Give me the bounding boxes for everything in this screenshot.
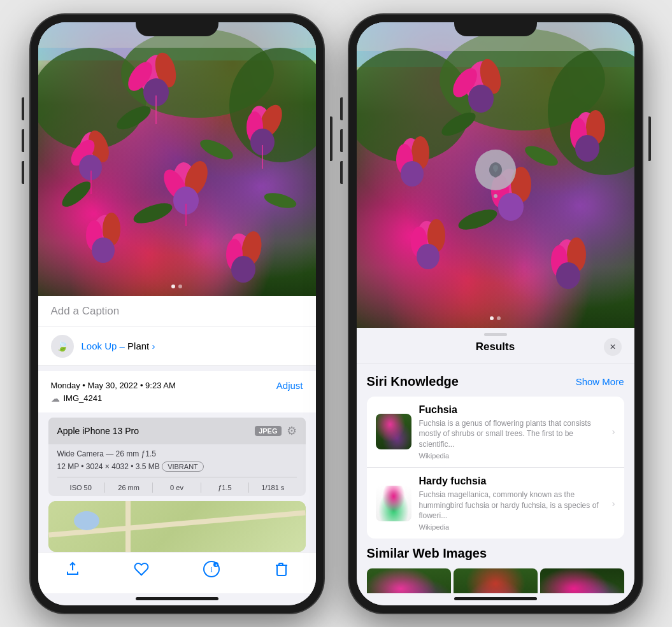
hardy-info: Hardy fuchsia Fuchsia magellanica, commo…	[419, 476, 604, 531]
photo-date: Monday • May 30, 2022 • 9:23 AM	[51, 381, 176, 390]
favorite-button[interactable]	[134, 561, 149, 577]
cloud-icon: ☁	[51, 393, 60, 404]
siri-button[interactable]	[475, 150, 516, 190]
caption-area[interactable]: Add a Caption	[38, 296, 316, 327]
hardy-desc: Fuchsia magellanica, commonly known as t…	[419, 490, 604, 521]
svg-point-49	[468, 85, 494, 113]
filename: IMG_4241	[64, 393, 103, 403]
page-dot-1	[171, 285, 175, 288]
photo-area-left[interactable]	[38, 22, 316, 296]
page-dot-r2	[497, 316, 501, 320]
results-title: Results	[387, 341, 604, 353]
svg-point-30	[131, 199, 174, 227]
lookup-section[interactable]: 🍃 Look Up – Plant ›	[38, 327, 316, 366]
siri-knowledge-header: Siri Knowledge Show More	[367, 374, 624, 389]
exif-shutter: 1/181 s	[249, 483, 296, 493]
similar-section: Similar Web Images	[367, 546, 624, 593]
knowledge-item-fuchsia[interactable]: Fuchsia Fuchsia is a genus of flowering …	[367, 397, 624, 468]
toolbar: i ✦	[38, 552, 316, 593]
svg-point-65	[417, 244, 440, 269]
info-panel: Add a Caption 🍃 Look Up – Plant › Monday…	[38, 296, 316, 605]
siri-dot	[494, 194, 497, 198]
adjust-button[interactable]: Adjust	[276, 380, 303, 391]
exif-focal: 26 mm	[105, 483, 153, 493]
resolution-info: 12 MP • 3024 × 4032 • 3.5 MB VIBRANT	[57, 460, 297, 472]
vibrant-badge: VIBRANT	[162, 461, 204, 472]
similar-images-row	[367, 568, 624, 593]
fuchsia-source: Wikipedia	[419, 452, 604, 460]
svg-point-29	[197, 136, 235, 164]
lookup-icon: 🍃	[51, 335, 74, 358]
fuchsia-chevron: ›	[612, 426, 615, 437]
svg-point-31	[262, 190, 297, 211]
settings-icon[interactable]: ⚙	[287, 424, 297, 438]
fuchsia-name: Fuchsia	[419, 404, 604, 416]
filename-row: ☁ IMG_4241	[51, 393, 303, 404]
camera-info: Wide Camera — 26 mm ƒ1.5	[57, 449, 297, 458]
page-dot-r1	[490, 316, 494, 320]
siri-knowledge-title: Siri Knowledge	[367, 374, 459, 389]
exif-ev: 0 ev	[153, 483, 201, 493]
similar-image-1[interactable]	[367, 568, 451, 593]
knowledge-item-hardy[interactable]: Hardy fuchsia Fuchsia magellanica, commo…	[367, 468, 624, 539]
metadata-section: Monday • May 30, 2022 • 9:23 AM Adjust ☁…	[38, 371, 316, 412]
exif-iso: ISO 50	[57, 483, 105, 493]
hardy-chevron: ›	[612, 498, 615, 509]
caption-placeholder: Add a Caption	[51, 305, 120, 317]
phone-right: Results ✕ Siri Knowledge Show More	[349, 15, 642, 613]
device-section: Apple iPhone 13 Pro JPEG ⚙ Wide Camera —…	[48, 418, 306, 496]
svg-point-32	[58, 177, 94, 211]
svg-point-53	[401, 161, 424, 187]
map-area[interactable]	[48, 501, 306, 552]
fuchsia-thumbnail	[376, 414, 411, 449]
similar-image-2[interactable]	[454, 568, 538, 593]
info-button[interactable]: i ✦	[203, 560, 220, 578]
fuchsia-info: Fuchsia Fuchsia is a genus of flowering …	[419, 404, 604, 460]
close-button[interactable]: ✕	[604, 338, 622, 356]
similar-image-3[interactable]	[540, 568, 624, 593]
home-indicator-right	[454, 597, 537, 600]
hardy-thumbnail	[376, 486, 411, 521]
svg-point-27	[231, 256, 255, 283]
svg-point-61	[498, 193, 524, 221]
format-badge: JPEG	[255, 426, 281, 436]
lookup-text: Look Up – Plant ›	[82, 341, 155, 351]
show-more-button[interactable]: Show More	[576, 376, 624, 387]
results-content: Siri Knowledge Show More Fuchsia Fuchsia…	[357, 364, 634, 593]
knowledge-card: Fuchsia Fuchsia is a genus of flowering …	[367, 397, 624, 539]
photo-area-right[interactable]	[357, 22, 634, 328]
page-dot-2	[178, 285, 182, 288]
exif-aperture: ƒ1.5	[201, 483, 249, 493]
hardy-source: Wikipedia	[419, 523, 604, 531]
svg-point-72	[455, 205, 499, 233]
svg-text:✦: ✦	[214, 563, 217, 567]
drag-handle[interactable]	[484, 333, 507, 336]
svg-point-23	[92, 237, 115, 263]
similar-header: Similar Web Images	[367, 546, 624, 561]
similar-title: Similar Web Images	[367, 546, 487, 561]
hardy-name: Hardy fuchsia	[419, 476, 604, 487]
svg-text:i: i	[210, 565, 213, 574]
results-panel: Results ✕ Siri Knowledge Show More	[357, 328, 634, 605]
notch-right	[454, 15, 537, 36]
phone-left: Add a Caption 🍃 Look Up – Plant › Monday…	[31, 15, 324, 613]
svg-point-71	[522, 142, 560, 170]
fuchsia-desc: Fuchsia is a genus of flowering plants t…	[419, 418, 604, 450]
home-indicator-left	[136, 597, 218, 600]
svg-point-57	[575, 135, 599, 162]
notch-left	[136, 15, 218, 36]
share-button[interactable]	[65, 561, 80, 577]
svg-point-69	[556, 262, 580, 289]
svg-point-11	[79, 155, 102, 180]
delete-button[interactable]	[274, 561, 289, 577]
device-name: Apple iPhone 13 Pro	[57, 426, 139, 436]
